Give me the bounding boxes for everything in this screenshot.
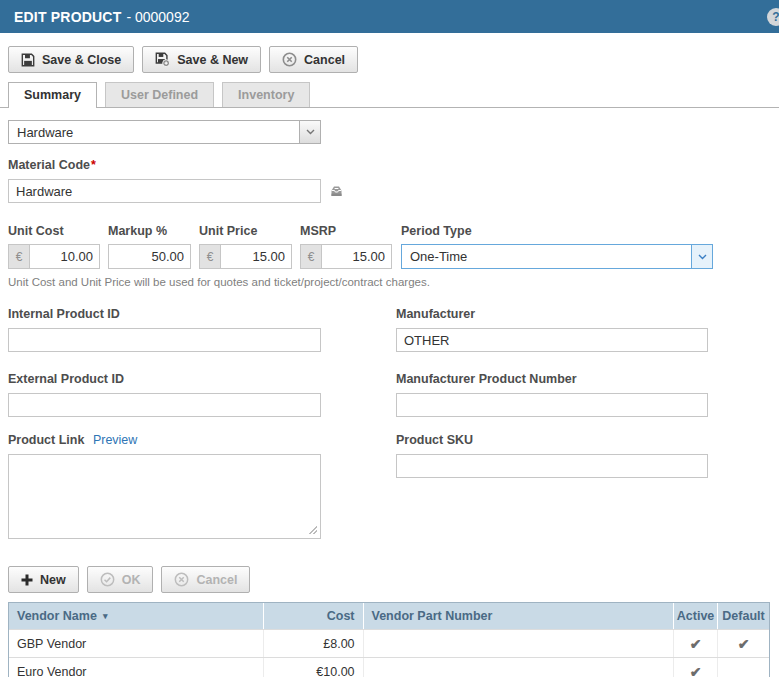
vendor-cancel-label: Cancel [196, 573, 237, 587]
internal-product-id-input[interactable] [8, 328, 321, 352]
default-cell [717, 658, 769, 677]
vendor-new-button[interactable]: New [8, 566, 79, 593]
msrp-group: MSRP € [300, 225, 392, 269]
required-asterisk: * [91, 158, 96, 172]
check-icon: ✔ [738, 636, 750, 652]
unit-price-input[interactable] [221, 245, 291, 268]
period-type-label: Period Type [401, 225, 713, 238]
unit-cost-group: Unit Cost € [8, 225, 100, 269]
preview-link[interactable]: Preview [93, 433, 137, 447]
period-type-group: Period Type One-Time [401, 225, 713, 269]
ok-check-icon [100, 572, 115, 587]
check-icon: ✔ [690, 636, 702, 652]
resize-grip-icon[interactable] [308, 525, 317, 534]
markup-group: Markup % [108, 225, 191, 269]
currency-prefix: € [200, 245, 221, 268]
unit-price-group: Unit Price € [199, 225, 292, 269]
vendor-part-number-cell [363, 658, 674, 677]
vendor-ok-label: OK [122, 573, 141, 587]
cost-cell: €10.00 [263, 658, 363, 677]
tab-bar: Summary User Defined Inventory [0, 81, 779, 108]
material-code-field: Material Code* [8, 159, 771, 203]
vendor-table-header: Vendor Name ▾ Cost Vendor Part Number Ac… [9, 603, 769, 629]
tab-user-defined[interactable]: User Defined [105, 82, 214, 107]
save-close-button[interactable]: Save & Close [8, 46, 134, 73]
summary-form: Hardware Material Code* Unit Cost € [0, 108, 779, 542]
main-toolbar: Save & Close Save & New Cancel [8, 46, 771, 73]
cancel-label: Cancel [304, 53, 345, 67]
tab-summary[interactable]: Summary [8, 82, 97, 108]
product-link-textarea[interactable] [8, 454, 321, 539]
markup-input[interactable] [109, 245, 190, 268]
column-header-active[interactable]: Active [673, 603, 717, 629]
vendor-ok-button[interactable]: OK [87, 566, 154, 593]
vendor-toolbar: New OK Cancel [8, 566, 771, 593]
page-title: EDIT PRODUCT [14, 9, 121, 25]
manufacturer-field: Manufacturer [396, 308, 708, 352]
cancel-icon [174, 572, 189, 587]
msrp-label: MSRP [300, 225, 392, 238]
save-new-icon [155, 52, 170, 67]
manufacturer-label: Manufacturer [396, 308, 708, 321]
manufacturer-product-number-input[interactable] [396, 393, 708, 417]
save-close-label: Save & Close [42, 53, 121, 67]
product-link-field: Product Link Preview [8, 434, 321, 542]
vendor-name-cell: Euro Vendor [9, 658, 263, 677]
column-header-cost[interactable]: Cost [263, 603, 363, 629]
plus-icon [21, 574, 33, 586]
vendor-part-number-cell [363, 630, 674, 657]
unit-price-label: Unit Price [199, 225, 292, 238]
cost-cell: £8.00 [263, 630, 363, 657]
pricing-row: Unit Cost € Markup % Unit Price € [8, 225, 771, 288]
lookup-drawer-icon[interactable] [328, 185, 345, 198]
manufacturer-product-number-label: Manufacturer Product Number [396, 373, 708, 386]
save-icon [21, 53, 35, 67]
column-header-default[interactable]: Default [717, 603, 769, 629]
manufacturer-product-number-field: Manufacturer Product Number [396, 373, 708, 417]
save-new-button[interactable]: Save & New [142, 46, 261, 73]
external-product-id-field: External Product ID [8, 373, 321, 417]
vendor-cancel-button[interactable]: Cancel [161, 566, 250, 593]
vendor-table: Vendor Name ▾ Cost Vendor Part Number Ac… [8, 602, 770, 677]
markup-label: Markup % [108, 225, 191, 238]
active-cell: ✔ [673, 630, 717, 657]
internal-product-id-label: Internal Product ID [8, 308, 321, 321]
external-product-id-input[interactable] [8, 393, 321, 417]
currency-prefix: € [9, 245, 30, 268]
check-icon: ✔ [690, 664, 702, 677]
product-id-grid: Internal Product ID Manufacturer Externa… [8, 308, 771, 542]
product-link-label: Product Link Preview [8, 434, 321, 447]
title-bar: EDIT PRODUCT - 0000092 ? [0, 0, 779, 33]
material-code-label: Material Code* [8, 159, 771, 172]
default-cell: ✔ [717, 630, 769, 657]
product-sku-label: Product SKU [396, 434, 708, 447]
chevron-down-icon[interactable] [299, 121, 320, 143]
unit-cost-input[interactable] [30, 245, 99, 268]
table-row[interactable]: GBP Vendor £8.00 ✔ ✔ [9, 629, 769, 657]
cancel-icon [282, 52, 297, 67]
currency-prefix: € [301, 245, 322, 268]
sort-desc-icon: ▾ [103, 611, 108, 621]
column-header-vendor-name[interactable]: Vendor Name ▾ [9, 603, 263, 629]
vendor-new-label: New [40, 573, 66, 587]
chevron-down-icon[interactable] [691, 245, 712, 268]
save-new-label: Save & New [177, 53, 248, 67]
help-icon[interactable]: ? [767, 8, 779, 26]
msrp-input[interactable] [322, 245, 391, 268]
period-type-value: One-Time [402, 249, 691, 264]
active-cell: ✔ [673, 658, 717, 677]
category-select-value: Hardware [9, 125, 299, 140]
column-header-vendor-part-number[interactable]: Vendor Part Number [363, 603, 674, 629]
material-code-input[interactable] [8, 179, 321, 203]
pricing-note: Unit Cost and Unit Price will be used fo… [8, 276, 771, 288]
cancel-button[interactable]: Cancel [269, 46, 358, 73]
product-sku-input[interactable] [396, 454, 708, 478]
tab-inventory[interactable]: Inventory [222, 82, 310, 107]
product-sku-field: Product SKU [396, 434, 708, 542]
category-select[interactable]: Hardware [8, 120, 321, 144]
manufacturer-input[interactable] [396, 328, 708, 352]
internal-product-id-field: Internal Product ID [8, 308, 321, 352]
period-type-select[interactable]: One-Time [401, 244, 713, 269]
external-product-id-label: External Product ID [8, 373, 321, 386]
table-row[interactable]: Euro Vendor €10.00 ✔ [9, 657, 769, 677]
